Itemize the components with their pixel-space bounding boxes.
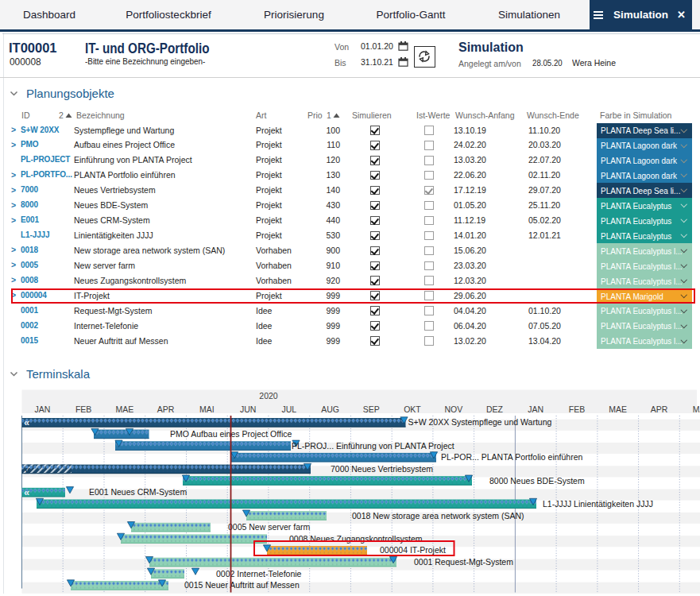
svg-text:«: «: [24, 416, 29, 428]
svg-text:0005 New server farm: 0005 New server farm: [228, 522, 311, 532]
svg-text:L1-JJJJ Linientätigkeiten JJJ: L1-JJJJ Linientätigkeiten JJJJ: [543, 499, 653, 509]
svg-text:MAE: MAE: [116, 404, 134, 414]
svg-text:NOV: NOV: [444, 404, 462, 414]
svg-text:0015 Neuer Auftritt auf Messe: 0015 Neuer Auftritt auf Messen: [184, 580, 300, 590]
svg-text:FEB: FEB: [569, 404, 585, 414]
svg-text:8000 Neues BDE-System: 8000 Neues BDE-System: [489, 476, 585, 486]
svg-text:SEP: SEP: [363, 404, 380, 414]
svg-text:JUL: JUL: [281, 404, 296, 414]
svg-text:MAE: MAE: [609, 404, 627, 414]
svg-text:JAN: JAN: [528, 404, 543, 414]
svg-text:0002 Internet-Telefonie: 0002 Internet-Telefonie: [216, 569, 302, 579]
svg-text:PL-PROJ... Einführung von PLA: PL-PROJ... Einführung von PLANTA Project: [292, 441, 454, 451]
svg-text:JUN: JUN: [240, 404, 256, 414]
svg-text:AUG: AUG: [321, 404, 339, 414]
svg-text:APR: APR: [157, 404, 175, 414]
svg-text:FEB: FEB: [75, 404, 91, 414]
svg-text:OKT: OKT: [404, 404, 421, 414]
svg-text:APR: APR: [651, 404, 668, 414]
svg-text:000004 IT-Projekt: 000004 IT-Projekt: [380, 545, 446, 555]
svg-text:0018 New storage area network: 0018 New storage area network system (SA…: [352, 511, 524, 521]
svg-text:MAI: MAI: [693, 404, 700, 414]
svg-text:PL-POR... PLANTA Portfolio ei: PL-POR... PLANTA Portfolio einführen: [441, 452, 583, 462]
svg-text:S+W 20XX Systempflege und War: S+W 20XX Systempflege und Wartung: [408, 417, 552, 427]
svg-text:E001 Neues CRM-System: E001 Neues CRM-System: [89, 487, 187, 497]
svg-text:JAN: JAN: [34, 404, 50, 414]
svg-text:7000 Neues Vertriebsystem: 7000 Neues Vertriebsystem: [331, 464, 433, 474]
svg-text:DEZ: DEZ: [486, 404, 504, 414]
svg-text:2020: 2020: [259, 391, 278, 401]
svg-text:«: «: [24, 486, 29, 498]
svg-text:0001 Request-Mgt-System: 0001 Request-Mgt-System: [414, 557, 513, 567]
svg-text:MAI: MAI: [199, 404, 215, 414]
svg-text:«: «: [25, 463, 30, 475]
